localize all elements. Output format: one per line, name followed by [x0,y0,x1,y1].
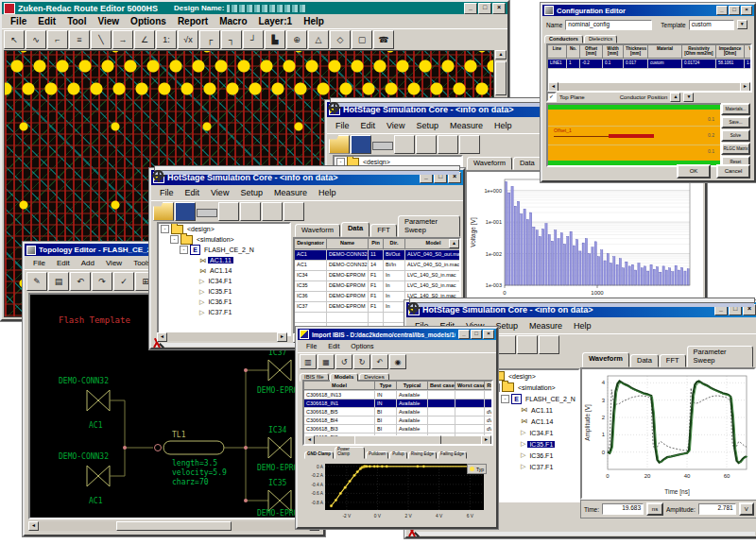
minimize-button[interactable]: _ [464,3,477,14]
direction-tool[interactable]: → [112,30,133,49]
tree-expander[interactable] [512,418,519,425]
print-icon[interactable] [197,209,217,217]
maximize-button[interactable]: □ [471,330,482,339]
zoom-out-icon[interactable] [416,135,437,154]
tab[interactable]: FFT [660,354,686,367]
tree-expander[interactable] [191,267,198,274]
menu-item[interactable]: File [301,343,322,349]
zoom-in-icon[interactable] [394,135,415,154]
menu-item[interactable]: Edit [322,343,345,349]
table-cell[interactable]: 0.017 [624,60,648,68]
menu-item[interactable]: Edit [51,259,76,267]
stamp-tool[interactable]: ▙ [265,30,285,49]
table-cell[interactable]: 0.01724 [682,60,716,68]
tab[interactable]: Data [341,222,369,237]
tree-item[interactable]: - E FLASH_CE_2_N [159,245,289,255]
tab[interactable]: Dielectrics [584,35,617,43]
tree-expander[interactable]: - [170,235,179,244]
column-header[interactable]: Model [304,382,375,390]
tab[interactable]: Data [630,354,659,367]
tree-item[interactable]: - <simulation> [159,234,289,245]
load-symbol[interactable] [268,437,291,458]
column-header[interactable]: Worst case [455,382,485,390]
maximize-button[interactable]: □ [478,3,491,14]
menu-item[interactable]: Setup [234,188,268,197]
tab[interactable]: Rising Edge [408,451,437,459]
tree-item[interactable]: ▷ IC34.F1 [159,276,289,286]
table-row[interactable]: C306618_BI3 BI Available dV/d [304,425,491,434]
column-header[interactable]: Velocity[m/s] [745,45,752,59]
record-button[interactable]: ◉ [389,354,406,369]
menu-item[interactable]: Setup [410,121,444,130]
tree-expander[interactable] [191,288,198,295]
via-tool[interactable]: ◇ [330,30,351,49]
menu-item[interactable]: Macro [214,16,252,26]
tab[interactable]: Models [330,373,359,382]
tree-item[interactable]: ▷ IC37.F1 [159,307,289,317]
menu-item[interactable]: Options [345,343,379,349]
corner-style-3-tool[interactable]: ┘ [243,30,264,49]
print-tool[interactable]: ▤ [48,272,69,291]
zoom-out-icon[interactable] [495,335,516,354]
menu-item[interactable]: File [27,259,51,267]
measure-tool[interactable]: △ [308,30,329,49]
tab[interactable]: Waveform [467,157,512,170]
menu-item[interactable]: File [330,121,355,130]
minimize-button[interactable]: _ [458,330,470,339]
table-cell[interactable]: 1.46374e+008 [745,60,752,68]
redo-button[interactable]: ↷ [92,272,112,291]
column-header[interactable]: Offset[mm] [580,45,603,59]
table-cell[interactable]: 0.1 [603,60,624,68]
scroll-thumb[interactable] [495,61,507,95]
scroll-right-button[interactable]: ► [740,82,750,92]
save-icon[interactable] [351,135,371,154]
zoom-in-icon[interactable] [218,202,239,221]
undo-button[interactable]: ↶ [371,354,388,369]
angle-tool[interactable]: ∠ [134,30,155,49]
tab[interactable]: Waveform [295,224,340,237]
check-tool[interactable]: ✓ [113,272,134,291]
tab[interactable]: Falling Edge [438,451,467,459]
materials-button[interactable]: Materials... [721,103,750,115]
close-button[interactable]: × [741,6,752,15]
column-header[interactable]: Line [548,45,567,59]
tree-expander[interactable] [512,464,519,470]
scroll-left-button[interactable]: ◄ [304,435,315,445]
line-tool[interactable]: ╲ [91,30,112,49]
connect-tool[interactable]: ☎ [373,30,394,49]
column-header[interactable]: Thickness[mm] [624,45,648,59]
column-header[interactable]: Rise [485,382,493,390]
menu-item[interactable]: Help [568,321,597,331]
reload-button[interactable]: ↻ [353,354,370,369]
tree-item[interactable]: - <design> [159,224,289,234]
canvas-hscrollbar[interactable]: ◄ ► [28,521,319,531]
tab[interactable]: Conductors [544,35,583,43]
corner-route-tool[interactable]: ⌐ [47,30,68,49]
menu-item[interactable]: Layer:1 [253,16,299,26]
table-row[interactable]: IC34 DEMO-EPROM F1 In LVC_140_S0_in.mac [295,271,459,281]
scroll-right-button[interactable]: ► [481,435,491,445]
column-header[interactable]: Name [327,239,369,249]
load-symbol[interactable] [268,490,291,511]
tab[interactable]: FFT [370,224,397,237]
table-row[interactable]: AC1 DEMO-CONN32 14 Bi/In ALVC_040_S0_in.… [295,261,459,271]
menu-item[interactable]: View [205,188,234,197]
cancel-button[interactable]: Cancel [716,164,750,178]
config-name-input[interactable]: nominal_config [565,20,652,30]
menu-item[interactable]: File [5,16,32,26]
column-header[interactable]: Type [375,382,397,390]
select-tool[interactable]: ↖ [4,30,25,49]
undo-button[interactable]: ↶ [70,272,91,291]
table-hscrollbar[interactable]: ◄ ► [304,436,491,444]
zoom-out-icon[interactable] [240,202,261,221]
menu-item[interactable]: View [100,259,128,267]
corner-style-2-tool[interactable]: ┐ [221,30,242,49]
menu-item[interactable]: Options [125,16,172,26]
menu-item[interactable]: Help [313,188,342,197]
table-row[interactable]: C306618_IN13 IN Available [304,391,491,400]
tab[interactable]: Data [513,157,541,170]
maximize-button[interactable]: □ [729,6,740,15]
waveform-icon[interactable] [539,335,559,354]
menu-item[interactable]: Help [489,121,518,130]
waveform-icon[interactable] [459,135,480,154]
